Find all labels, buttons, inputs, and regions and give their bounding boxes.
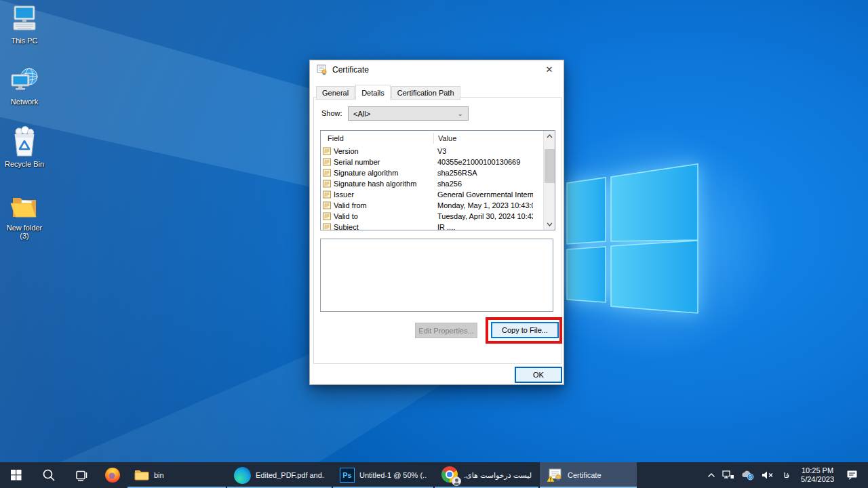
desktop-icon-network[interactable]: Network — [1, 65, 47, 106]
copy-to-file-button[interactable]: Copy to File... — [491, 322, 559, 338]
this-pc-icon — [9, 4, 39, 35]
desktop-icon-label: Network — [1, 98, 47, 106]
taskbar-item-label: bin — [154, 471, 164, 479]
close-icon: ✕ — [546, 64, 553, 75]
photoshop-icon: Ps — [340, 468, 355, 483]
desktop-icon-label: Recycle Bin — [1, 160, 47, 168]
chrome-icon — [441, 466, 459, 484]
start-button[interactable] — [0, 462, 33, 488]
desktop-icon-label: This PC — [1, 37, 47, 45]
show-label: Show: — [321, 109, 342, 117]
tab-details[interactable]: Details — [355, 85, 391, 100]
field-doc-icon — [323, 223, 331, 230]
table-row[interactable]: Subject IR ,... — [321, 222, 555, 230]
certificate-fields-list: Field Value Version V3 Serial number 403… — [320, 130, 555, 230]
field-value-preview — [320, 239, 553, 312]
field-doc-icon — [323, 180, 331, 188]
tray-language-indicator[interactable]: فا — [777, 462, 795, 488]
scroll-up-icon[interactable] — [544, 131, 555, 142]
show-dropdown[interactable]: <All> ⌄ — [348, 106, 469, 121]
desktop-icon-this-pc[interactable]: This PC — [1, 4, 47, 45]
network-icon — [9, 65, 40, 96]
taskbar-item-label: لیست درخواست های... — [464, 471, 532, 480]
desktop-icon-new-folder-3[interactable]: New folder (3) — [1, 192, 47, 240]
field-doc-icon — [323, 169, 331, 177]
recycle-bin-icon — [9, 126, 39, 159]
taskbar-item-firefox[interactable] — [98, 462, 127, 488]
table-row[interactable]: Serial number 40355e21000100130669 — [321, 157, 555, 167]
table-row[interactable]: Version V3 — [321, 146, 555, 157]
dialog-title: Certificate — [332, 65, 369, 75]
field-doc-icon — [323, 147, 331, 155]
field-doc-icon — [323, 190, 331, 199]
list-rows: Version V3 Serial number 40355e210001001… — [321, 146, 555, 230]
folder-icon — [9, 192, 40, 222]
scrollbar-thumb[interactable] — [545, 149, 555, 183]
certificate-dialog: Certificate ✕ General Details Certificat… — [309, 60, 564, 385]
scrollbar[interactable] — [543, 131, 555, 230]
tray-onedrive[interactable] — [738, 462, 758, 488]
windows-logo-wallpaper — [565, 160, 701, 316]
tab-general[interactable]: General — [316, 86, 355, 100]
taskbar-item-edge[interactable]: Edited_PDF.pdf and... — [227, 462, 332, 488]
table-row[interactable]: Valid to Tuesday, April 30, 2024 10:43..… — [321, 211, 555, 222]
taskbar-item-label: Certificate — [568, 471, 601, 479]
column-header-field[interactable]: Field — [321, 134, 433, 142]
action-center-icon — [846, 470, 859, 481]
taskbar-item-label: Edited_PDF.pdf and... — [256, 471, 325, 479]
edge-icon — [234, 467, 251, 484]
ok-button[interactable]: OK — [515, 367, 562, 383]
firefox-icon — [104, 466, 121, 484]
taskbar-item-chrome[interactable]: لیست درخواست های... — [435, 462, 538, 488]
field-doc-icon — [323, 201, 331, 209]
tray-chevron-up[interactable] — [704, 462, 719, 488]
taskbar-item-certificate[interactable]: Certificate — [540, 462, 637, 488]
dialog-titlebar[interactable]: Certificate ✕ — [310, 60, 564, 79]
chevron-down-icon: ⌄ — [458, 110, 463, 117]
windows-start-icon — [11, 470, 22, 481]
taskbar: bin Edited_PDF.pdf and... Ps Untitled-1 … — [0, 462, 868, 488]
tray-date: 5/24/2023 — [801, 475, 834, 484]
close-button[interactable]: ✕ — [535, 60, 564, 79]
desktop-icon-label: New folder (3) — [1, 224, 47, 240]
show-dropdown-value: <All> — [353, 110, 370, 118]
taskbar-item-label: Untitled-1 @ 50% (... — [359, 471, 427, 479]
edit-properties-button: Edit Properties... — [415, 323, 477, 338]
task-view-button[interactable] — [65, 462, 98, 488]
chevron-up-icon — [707, 472, 715, 478]
folder-icon — [134, 469, 149, 481]
tray-volume[interactable] — [758, 462, 777, 488]
certificate-warning-icon — [547, 467, 563, 483]
tray-clock[interactable]: 10:25 PM 5/24/2023 — [795, 462, 840, 488]
field-doc-icon — [323, 212, 331, 220]
field-doc-icon — [323, 158, 331, 166]
column-header-value[interactable]: Value — [433, 133, 456, 144]
taskbar-item-bin-explorer[interactable]: bin — [127, 462, 226, 488]
action-center-button[interactable] — [840, 462, 865, 488]
desktop[interactable]: This PC Network Recycle Bin — [0, 0, 868, 488]
tab-certification-path[interactable]: Certification Path — [391, 86, 460, 100]
dialog-tabstrip: General Details Certification Path — [316, 85, 461, 100]
search-icon — [42, 468, 56, 482]
details-tab-page: Show: <All> ⌄ Field Value Version V3 — [313, 97, 561, 364]
desktop-icon-recycle-bin[interactable]: Recycle Bin — [1, 126, 47, 168]
table-row[interactable]: Signature algorithm sha256RSA — [321, 167, 555, 178]
taskbar-item-photoshop[interactable]: Ps Untitled-1 @ 50% (... — [333, 462, 433, 488]
ethernet-icon — [722, 470, 734, 480]
tray-network[interactable] — [719, 462, 738, 488]
system-tray: فا 10:25 PM 5/24/2023 — [704, 462, 868, 488]
table-row[interactable]: Issuer General Governmental Interm... — [321, 189, 555, 200]
search-button[interactable] — [33, 462, 65, 488]
table-row[interactable]: Signature hash algorithm sha256 — [321, 178, 555, 189]
task-view-icon — [75, 468, 88, 482]
certificate-icon — [317, 64, 328, 75]
speaker-muted-icon — [762, 470, 774, 480]
tray-time: 10:25 PM — [801, 466, 834, 475]
scroll-down-icon[interactable] — [544, 219, 555, 230]
cloud-sync-icon — [741, 470, 755, 481]
table-row[interactable]: Valid from Monday, May 1, 2023 10:43:0..… — [321, 200, 555, 211]
chrome-profile-avatar — [452, 476, 461, 486]
list-header: Field Value — [321, 131, 555, 146]
